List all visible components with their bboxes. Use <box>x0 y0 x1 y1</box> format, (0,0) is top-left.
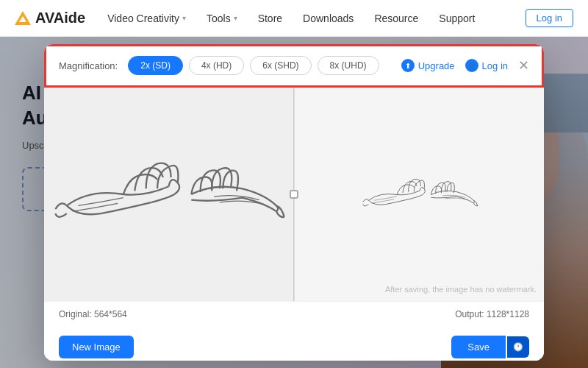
original-hand-sketch <box>44 88 293 301</box>
watermark-note: After saving, the image has no watermark… <box>385 285 537 294</box>
nav-store[interactable]: Store <box>258 13 282 24</box>
nav-downloads[interactable]: Downloads <box>303 13 354 24</box>
modal-header-actions: ⬆ Upgrade 👤 Log in ✕ <box>401 59 529 72</box>
nav-links: Video Creativity ▾ Tools ▾ Store Downloa… <box>107 13 525 24</box>
modal-header: Magnification: 2x (SD) 4x (HD) 6x (SHD) … <box>44 44 544 88</box>
save-area: Save 🕐 <box>451 336 529 358</box>
mag-6x-button[interactable]: 6x (SHD) <box>250 56 311 75</box>
magnification-label: Magnification: <box>59 60 118 71</box>
nav-video-creativity[interactable]: Video Creativity ▾ <box>107 13 186 24</box>
original-dimensions: Original: 564*564 <box>59 309 127 319</box>
save-dropdown-button[interactable]: 🕐 <box>507 336 529 358</box>
modal-actions: New Image Save 🕐 <box>44 327 544 361</box>
upgrade-button[interactable]: ⬆ Upgrade <box>401 59 455 72</box>
modal-overlay: Magnification: 2x (SD) 4x (HD) 6x (SHD) … <box>0 37 588 368</box>
chevron-down-icon: ▾ <box>182 14 186 22</box>
clock-icon: 🕐 <box>513 342 523 352</box>
mag-4x-button[interactable]: 4x (HD) <box>189 56 244 75</box>
user-icon: 👤 <box>465 59 478 72</box>
upscaled-image-panel: After saving, the image has no watermark… <box>294 88 544 301</box>
navbar: AVAide Video Creativity ▾ Tools ▾ Store … <box>0 0 588 37</box>
divider-handle[interactable] <box>290 190 298 199</box>
upgrade-icon: ⬆ <box>401 59 415 72</box>
logo[interactable]: AVAide <box>15 10 85 26</box>
nav-tools[interactable]: Tools ▾ <box>207 13 237 24</box>
modal-footer-info: Original: 564*564 Output: 1128*1128 <box>44 301 544 327</box>
magnification-options: 2x (SD) 4x (HD) 6x (SHD) 8x (UHD) <box>128 56 379 75</box>
logo-text: AVAide <box>35 10 85 26</box>
nav-support[interactable]: Support <box>439 13 475 24</box>
nav-resource[interactable]: Resource <box>374 13 418 24</box>
close-button[interactable]: ✕ <box>518 59 529 72</box>
modal-login-button[interactable]: 👤 Log in <box>465 59 508 72</box>
output-dimensions: Output: 1128*1128 <box>455 309 529 319</box>
modal: Magnification: 2x (SD) 4x (HD) 6x (SHD) … <box>44 44 544 361</box>
mag-2x-button[interactable]: 2x (SD) <box>128 56 183 75</box>
image-comparison-area: After saving, the image has no watermark… <box>44 88 544 301</box>
save-button[interactable]: Save <box>451 336 506 358</box>
chevron-down-icon: ▾ <box>234 14 237 22</box>
mag-8x-button[interactable]: 8x (UHD) <box>318 56 379 75</box>
nav-login-button[interactable]: Log in <box>526 9 573 27</box>
upscaled-hand-sketch <box>357 156 482 233</box>
original-image-panel <box>44 88 293 301</box>
new-image-button[interactable]: New Image <box>59 336 134 358</box>
